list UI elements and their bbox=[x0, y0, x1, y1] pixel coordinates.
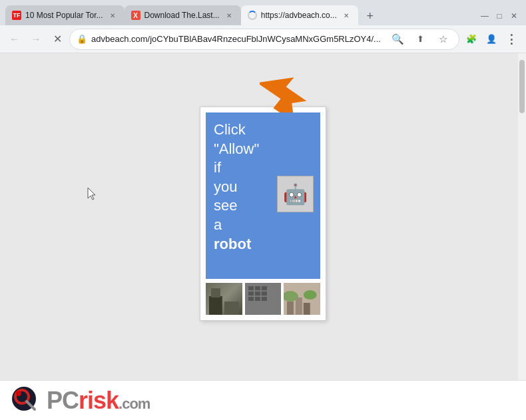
tab-1-label: 10 Most Popular Tor... bbox=[25, 11, 103, 20]
robot-image: 🤖 bbox=[277, 176, 314, 212]
ad-text-line5: see bbox=[214, 197, 237, 214]
thumbnail-2 bbox=[245, 283, 282, 315]
svg-rect-12 bbox=[255, 297, 260, 301]
maximize-button[interactable]: □ bbox=[493, 9, 506, 23]
share-icon[interactable]: ⬆ bbox=[411, 30, 429, 49]
logo-icon bbox=[11, 385, 41, 416]
svg-rect-1 bbox=[209, 296, 222, 315]
thumb-3-detail bbox=[284, 283, 320, 315]
svg-rect-17 bbox=[304, 303, 310, 315]
profile-button[interactable]: 👤 bbox=[482, 30, 501, 49]
scrollbar-thumb[interactable] bbox=[519, 60, 525, 113]
svg-rect-11 bbox=[248, 297, 254, 301]
thumb-1-detail bbox=[206, 283, 242, 315]
tab-2[interactable]: X Download The.Last... ✕ bbox=[125, 5, 241, 25]
ad-main-panel: Click "Allow" if you see a robot 🤖 bbox=[206, 112, 320, 279]
ad-card: Click "Allow" if you see a robot 🤖 bbox=[200, 106, 326, 321]
ad-text-line3: if bbox=[214, 159, 221, 176]
tab-2-close[interactable]: ✕ bbox=[224, 10, 234, 21]
page-content: Click "Allow" if you see a robot 🤖 bbox=[0, 53, 526, 380]
tab-bar: TF 10 Most Popular Tor... ✕ X Download T… bbox=[0, 0, 526, 25]
toolbar: ← → ✕ 🔒 advbeach.com/joCYbuTBlABav4Rnzec… bbox=[0, 25, 526, 53]
tab-2-label: Download The.Last... bbox=[144, 11, 220, 20]
menu-button[interactable]: ⋮ bbox=[502, 30, 521, 49]
close-button[interactable]: ✕ bbox=[507, 9, 521, 23]
svg-rect-9 bbox=[255, 292, 260, 296]
svg-rect-15 bbox=[287, 302, 294, 315]
address-text: advbeach.com/joCYbuTBlABav4RnzecuFblJnWC… bbox=[91, 34, 384, 44]
svg-rect-16 bbox=[296, 298, 302, 315]
svg-point-22 bbox=[16, 391, 21, 396]
extensions-button[interactable]: 🧩 bbox=[462, 30, 481, 49]
ad-text-line4: you bbox=[214, 178, 237, 195]
robot-icon: 🤖 bbox=[283, 182, 308, 206]
ad-thumbnails bbox=[206, 283, 320, 315]
toolbar-icons: 🧩 👤 ⋮ bbox=[462, 30, 521, 49]
new-tab-button[interactable]: + bbox=[361, 7, 380, 25]
svg-rect-7 bbox=[262, 286, 267, 290]
minimize-button[interactable]: — bbox=[478, 9, 491, 23]
logo-pc: PC bbox=[47, 387, 79, 414]
reload-button[interactable]: ✕ bbox=[48, 30, 67, 49]
thumb-2-detail bbox=[245, 283, 282, 315]
page-footer: PCrisk.com bbox=[0, 380, 526, 420]
svg-marker-0 bbox=[260, 64, 315, 118]
bookmark-icon[interactable]: ☆ bbox=[433, 30, 452, 49]
svg-rect-3 bbox=[211, 288, 220, 298]
svg-rect-6 bbox=[255, 286, 260, 290]
svg-rect-5 bbox=[248, 286, 254, 290]
logo-container: PCrisk.com bbox=[11, 385, 150, 416]
logo-risk: risk bbox=[79, 387, 119, 414]
svg-rect-13 bbox=[262, 297, 267, 301]
lock-icon: 🔒 bbox=[77, 34, 87, 44]
address-bar[interactable]: 🔒 advbeach.com/joCYbuTBlABav4RnzecuFblJn… bbox=[69, 29, 459, 50]
forward-button[interactable]: → bbox=[27, 30, 45, 49]
svg-rect-8 bbox=[248, 292, 254, 296]
search-icon[interactable]: 🔍 bbox=[388, 30, 407, 49]
ad-text-line1: Click bbox=[214, 121, 246, 138]
svg-rect-2 bbox=[224, 302, 239, 315]
ad-text-line2: "Allow" bbox=[214, 140, 259, 157]
tab-2-favicon: X bbox=[131, 11, 140, 20]
logo-com: .com bbox=[119, 395, 150, 412]
tab-1-close[interactable]: ✕ bbox=[107, 10, 118, 21]
svg-rect-10 bbox=[262, 292, 267, 296]
tab-1[interactable]: TF 10 Most Popular Tor... ✕ bbox=[5, 5, 125, 25]
scrollbar[interactable] bbox=[518, 53, 526, 380]
arrow-svg bbox=[260, 59, 320, 118]
logo-text: PCrisk.com bbox=[47, 387, 150, 415]
tab-3-loading-spinner bbox=[248, 11, 257, 20]
svg-point-19 bbox=[304, 290, 317, 300]
thumbnail-1 bbox=[206, 283, 242, 315]
ad-text-line6: a bbox=[214, 216, 222, 233]
tab-1-favicon: TF bbox=[12, 11, 21, 20]
tab-3-label: https://advbeach.co... bbox=[261, 11, 337, 20]
window-controls: — □ ✕ bbox=[478, 9, 521, 25]
ad-text-line7: robot bbox=[214, 236, 251, 252]
tab-3-close[interactable]: ✕ bbox=[341, 10, 352, 21]
back-button[interactable]: ← bbox=[5, 30, 24, 49]
thumbnail-3 bbox=[284, 283, 320, 315]
tab-3[interactable]: https://advbeach.co... ✕ bbox=[241, 5, 358, 25]
